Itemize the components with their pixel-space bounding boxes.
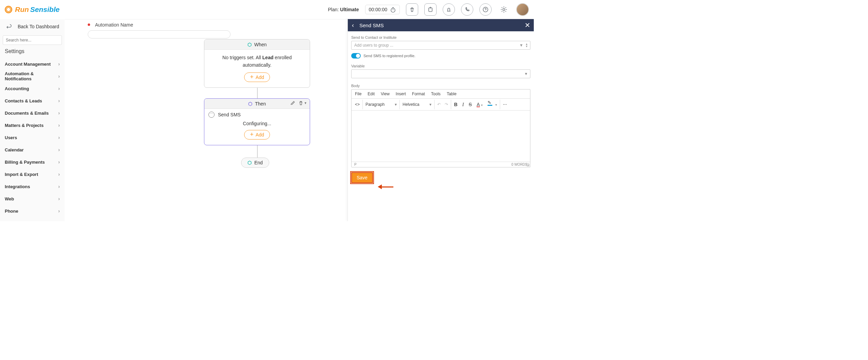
editor-toolbar: <> Paragraph▾ Helvetica▾ ↶ ↷ B I S A ▾ ▾ [352, 99, 530, 111]
italic-button[interactable]: I [462, 102, 464, 108]
spinner-down-icon[interactable]: ▼ [525, 45, 528, 48]
sidebar-item-account-management[interactable]: Account Management› [0, 58, 65, 70]
sidebar-item-documents-emails[interactable]: Documents & Emails› [0, 107, 65, 119]
panel-title: Send SMS [359, 22, 384, 28]
toggle-label: Send SMS to registered profile. [363, 54, 415, 58]
when-title: When [254, 42, 267, 47]
sms-icon [208, 112, 215, 118]
delete-action-icon[interactable]: ▼ [299, 100, 307, 106]
when-node-header: ⬡ When [204, 39, 310, 50]
body-label: Body [351, 84, 530, 88]
then-node: ⬡ Then ▼ Send SMS Configuring... + Add [204, 98, 310, 145]
chevron-right-icon: › [58, 159, 60, 165]
block-format-select[interactable]: Paragraph▾ [363, 100, 400, 109]
source-code-button[interactable]: <> [352, 100, 363, 109]
chevron-right-icon: › [58, 184, 60, 189]
text-color-button[interactable]: A ▾ [477, 102, 483, 107]
editor-textarea[interactable] [352, 111, 530, 162]
sidebar-item-web[interactable]: Web› [0, 193, 65, 205]
undo-icon[interactable]: ↶ [437, 102, 441, 107]
sidebar-item-contacts-leads[interactable]: Contacts & Leads› [0, 95, 65, 107]
phone-icon[interactable] [461, 3, 473, 16]
sidebar-item-phone[interactable]: Phone› [0, 205, 65, 217]
menu-table[interactable]: Table [447, 92, 457, 96]
panel-back-icon[interactable]: ‹ [352, 22, 354, 29]
plus-icon: + [250, 74, 254, 80]
when-description: No triggers set. All Lead enrolled autom… [211, 54, 303, 69]
close-icon[interactable]: ✕ [525, 21, 530, 29]
svg-point-3 [503, 9, 505, 11]
then-action-row[interactable]: Send SMS [204, 109, 310, 118]
sidebar-item-accounting[interactable]: Accounting› [0, 82, 65, 95]
word-count: 0 WORDS [511, 163, 527, 166]
logo-swirl-icon [5, 6, 12, 13]
chevron-right-icon: › [58, 110, 60, 116]
sidebar-item-integrations[interactable]: Integrations› [0, 180, 65, 193]
body-editor: File Edit View Insert Format Tools Table… [351, 89, 530, 167]
automation-name-label: Automation Name [95, 22, 133, 28]
then-title: Then [255, 101, 266, 107]
variable-label: Variable [351, 64, 530, 68]
hex-icon: ⬡ [248, 101, 252, 107]
menu-file[interactable]: File [355, 92, 361, 96]
end-label: End [254, 160, 263, 165]
edit-action-icon[interactable] [290, 100, 295, 106]
chevron-right-icon: › [58, 86, 60, 91]
stopwatch-icon [390, 6, 396, 13]
header: RunSensible Plan: Ultimate 00:00:00 [0, 0, 534, 19]
sidebar-item-billing-payments[interactable]: Billing & Payments› [0, 156, 65, 168]
chevron-right-icon: › [58, 61, 60, 67]
plan-indicator: Plan: Ultimate [328, 7, 359, 12]
settings-heading: Settings [0, 48, 65, 58]
menu-tools[interactable]: Tools [431, 92, 441, 96]
highlight-button[interactable]: ▾ [488, 102, 497, 107]
avatar[interactable] [516, 3, 529, 16]
more-button[interactable]: ⋯ [500, 100, 510, 109]
app-logo: RunSensible [5, 5, 59, 14]
when-add-button[interactable]: + Add [244, 72, 270, 82]
when-node: ⬡ When No triggers set. All Lead enrolle… [204, 39, 310, 88]
chevron-right-icon: › [58, 171, 60, 177]
send-registered-toggle[interactable] [351, 53, 361, 59]
chevron-right-icon: › [58, 135, 60, 140]
sidebar-item-automation-notifications[interactable]: Automation & Notifications› [0, 70, 65, 82]
end-node: ⬡ End [241, 158, 269, 168]
menu-edit[interactable]: Edit [368, 92, 375, 96]
trash-icon[interactable] [406, 3, 418, 16]
annotation-arrow [378, 184, 393, 189]
then-status: Configuring... [211, 120, 303, 127]
variable-select[interactable] [351, 69, 530, 78]
strike-button[interactable]: S [469, 102, 472, 107]
automation-name-input[interactable] [88, 30, 231, 38]
stopwatch[interactable]: 00:00:00 [365, 5, 400, 14]
save-button[interactable]: Save [351, 172, 373, 183]
editor-menubar: File Edit View Insert Format Tools Table [352, 89, 530, 99]
font-select[interactable]: Helvetica▾ [400, 100, 435, 109]
editor-path: P [354, 163, 357, 166]
back-to-dashboard[interactable]: Back To Dashboard [0, 19, 65, 34]
help-icon[interactable] [479, 3, 492, 16]
then-node-header: ⬡ Then ▼ [204, 99, 310, 109]
stopwatch-time: 00:00:00 [369, 7, 388, 12]
menu-format[interactable]: Format [412, 92, 425, 96]
resize-handle[interactable] [526, 163, 529, 166]
gear-icon[interactable] [498, 3, 510, 16]
add-note-icon[interactable] [424, 3, 437, 16]
menu-view[interactable]: View [381, 92, 390, 96]
bell-icon[interactable] [443, 3, 455, 16]
sidebar-item-users[interactable]: Users› [0, 131, 65, 144]
sidebar-item-import-export[interactable]: Import & Export› [0, 168, 65, 180]
search-input[interactable] [3, 35, 62, 45]
sidebar-search [3, 35, 62, 45]
add-users-combo[interactable]: Add users to group ... ▼ ▲▼ [351, 41, 530, 50]
sidebar-item-calendar[interactable]: Calendar› [0, 144, 65, 156]
redo-icon[interactable]: ↷ [445, 102, 448, 107]
panel-header: ‹ Send SMS ✕ [348, 19, 534, 31]
sidebar-item-matters-projects[interactable]: Matters & Projects› [0, 119, 65, 131]
send-to-label: Send to Contact or Institute [351, 35, 530, 39]
bold-button[interactable]: B [454, 102, 457, 107]
then-add-button[interactable]: + Add [244, 130, 270, 140]
settings-sidebar: Back To Dashboard Settings Account Manag… [0, 19, 65, 221]
menu-insert[interactable]: Insert [396, 92, 406, 96]
send-sms-panel: ‹ Send SMS ✕ Send to Contact or Institut… [347, 19, 534, 221]
